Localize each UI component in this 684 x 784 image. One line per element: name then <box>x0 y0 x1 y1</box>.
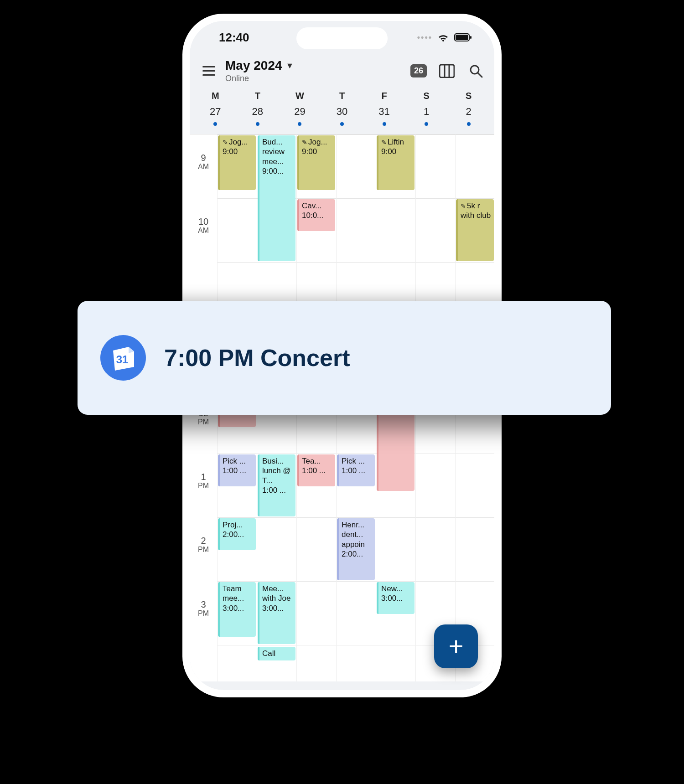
date-row: 27 28 29 30 31 1 2 <box>190 103 494 134</box>
menu-icon <box>202 70 215 72</box>
svg-text:31: 31 <box>116 353 129 366</box>
event-dot <box>256 122 259 126</box>
header-actions: 26 <box>410 62 485 80</box>
day-28[interactable]: 28 <box>237 106 279 126</box>
hour-label-2pm: 2PM <box>190 536 217 554</box>
event-cav-wed[interactable]: Cav... 10:0... <box>297 199 335 231</box>
event-budget-tue[interactable]: Bud... review mee... 9:00... <box>258 135 295 261</box>
event-pick-mon[interactable]: Pick ... 1:00 ... <box>218 454 256 486</box>
weekday-label: M <box>194 91 237 101</box>
hour-line <box>217 517 494 518</box>
event-dot <box>425 122 428 126</box>
search-icon <box>469 64 483 78</box>
event-busi-tue[interactable]: Busi... lunch @ T... 1:00 ... <box>258 454 295 516</box>
event-jog-wed[interactable]: ✎Jog... 9:00 <box>297 135 335 190</box>
event-henr-thu[interactable]: Henr... dent... appoin 2:00... <box>337 518 375 580</box>
weekday-label: S <box>447 91 490 101</box>
hour-line <box>217 134 494 135</box>
hour-line <box>217 454 494 454</box>
svg-rect-2 <box>470 36 472 39</box>
event-proj-mon[interactable]: Proj... 2:00... <box>218 518 256 550</box>
app-header: May 2024 ▼ Online 26 <box>190 54 494 86</box>
svg-rect-1 <box>456 35 468 40</box>
calendar-app-icon: 31 <box>100 335 146 381</box>
status-time: 12:40 <box>219 31 249 45</box>
event-team-mon[interactable]: Team mee... 3:00... <box>218 582 256 637</box>
add-event-button[interactable]: + <box>434 624 478 668</box>
event-dot <box>467 122 471 126</box>
plus-icon: + <box>449 634 464 659</box>
status-subtitle: Online <box>225 74 404 83</box>
dynamic-island <box>296 27 388 49</box>
event-dot <box>340 122 344 126</box>
status-bar: 12:40 •••• <box>190 21 494 54</box>
weekday-label: S <box>405 91 448 101</box>
pencil-icon: ✎ <box>461 202 466 210</box>
day-2[interactable]: 2 <box>447 106 490 126</box>
event-pick-thu[interactable]: Pick ... 1:00 ... <box>337 454 375 486</box>
pencil-icon: ✎ <box>223 139 228 146</box>
svg-line-7 <box>478 73 482 77</box>
day-30[interactable]: 30 <box>321 106 363 126</box>
wifi-icon <box>437 32 450 42</box>
event-dot <box>383 122 386 126</box>
battery-icon <box>454 33 472 42</box>
notification-text: 7:00 PM Concert <box>164 344 350 371</box>
weekday-label: T <box>321 91 363 101</box>
hour-label-1pm: 1PM <box>190 472 217 490</box>
search-button[interactable] <box>467 62 485 80</box>
svg-rect-3 <box>440 65 454 77</box>
today-button[interactable]: 26 <box>410 64 427 77</box>
event-dot <box>213 122 217 126</box>
status-dots: •••• <box>417 33 432 42</box>
hour-label-3pm: 3PM <box>190 599 217 618</box>
hour-line <box>217 581 494 582</box>
chevron-down-icon: ▼ <box>286 61 294 71</box>
status-right: •••• <box>417 32 472 42</box>
pencil-icon: ✎ <box>302 139 307 146</box>
day-27[interactable]: 27 <box>194 106 237 126</box>
weekday-row: M T W T F S S <box>190 86 494 103</box>
day-1[interactable]: 1 <box>405 106 448 126</box>
weekday-label: F <box>363 91 405 101</box>
columns-icon <box>439 64 455 78</box>
event-new-fri[interactable]: New... 3:00... <box>377 582 415 614</box>
event-tea-wed[interactable]: Tea... 1:00 ... <box>297 454 335 486</box>
event-lifting-fri[interactable]: ✎Liftin 9:00 <box>377 135 415 190</box>
hour-line <box>217 262 494 263</box>
notification-card[interactable]: 31 7:00 PM Concert <box>78 301 611 415</box>
weekday-label: T <box>237 91 279 101</box>
view-columns-button[interactable] <box>438 62 456 80</box>
event-mee-tue[interactable]: Mee... with Joe 3:00... <box>258 582 295 644</box>
event-call-tue[interactable]: Call <box>258 647 295 660</box>
event-5k-sun[interactable]: ✎5k r with club <box>456 199 494 261</box>
day-31[interactable]: 31 <box>363 106 405 126</box>
month-label: May 2024 <box>225 58 282 73</box>
hour-label-10am: 10AM <box>190 217 217 235</box>
pencil-icon: ✎ <box>381 139 387 146</box>
weekday-label: W <box>279 91 321 101</box>
day-29[interactable]: 29 <box>279 106 321 126</box>
event-jog-mon[interactable]: ✎Jog... 9:00 <box>218 135 256 190</box>
month-picker[interactable]: May 2024 ▼ Online <box>225 58 404 83</box>
event-dot <box>298 122 301 126</box>
hour-label-9am: 9AM <box>190 153 217 171</box>
menu-button[interactable] <box>199 61 219 81</box>
